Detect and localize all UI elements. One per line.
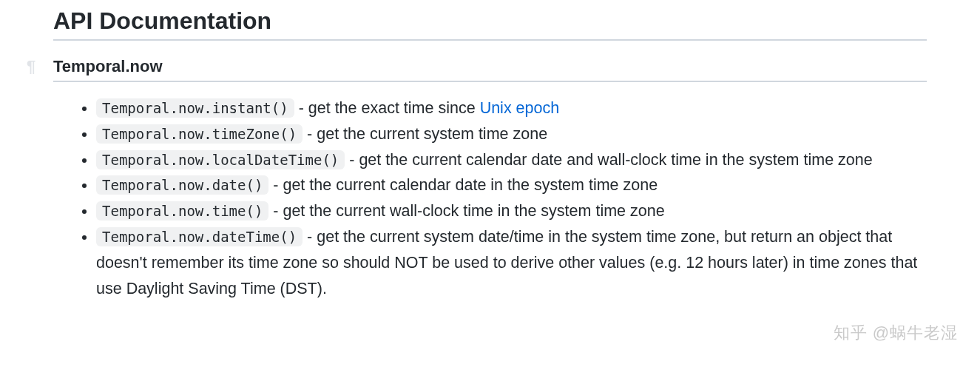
section-heading: Temporal.now: [53, 57, 927, 82]
api-code: Temporal.now.date(): [96, 175, 268, 195]
list-item: Temporal.now.timeZone() - get the curren…: [96, 121, 927, 147]
list-item: Temporal.now.dateTime() - get the curren…: [96, 224, 927, 301]
list-item: Temporal.now.instant() - get the exact t…: [96, 95, 927, 121]
api-desc: - get the exact time since: [294, 99, 480, 117]
list-item: Temporal.now.localDateTime() - get the c…: [96, 147, 927, 173]
page-title: API Documentation: [53, 7, 927, 41]
unix-epoch-link[interactable]: Unix epoch: [480, 99, 560, 117]
api-list: Temporal.now.instant() - get the exact t…: [53, 95, 927, 302]
list-item: Temporal.now.date() - get the current ca…: [96, 172, 927, 198]
api-desc: - get the current wall-clock time in the…: [268, 202, 664, 220]
api-code: Temporal.now.timeZone(): [96, 124, 303, 144]
api-code: Temporal.now.localDateTime(): [96, 150, 345, 169]
api-code: Temporal.now.time(): [96, 201, 268, 221]
pilcrow-icon: ¶: [27, 57, 36, 76]
api-desc: - get the current system time zone: [303, 125, 547, 143]
watermark: 知乎 @蜗牛老湿: [834, 322, 958, 344]
api-desc: - get the current calendar date in the s…: [268, 176, 658, 194]
api-desc: - get the current calendar date and wall…: [345, 151, 872, 169]
api-code: Temporal.now.dateTime(): [96, 227, 303, 246]
api-code: Temporal.now.instant(): [96, 98, 294, 118]
list-item: Temporal.now.time() - get the current wa…: [96, 198, 927, 224]
